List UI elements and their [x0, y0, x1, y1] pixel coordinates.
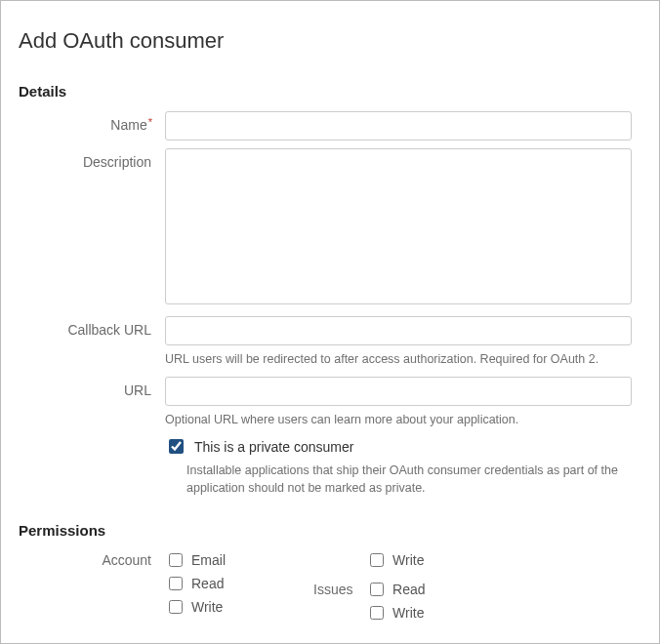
- perm-issues-read-checkbox[interactable]: [370, 583, 384, 596]
- url-input[interactable]: [165, 377, 632, 406]
- required-star-icon: *: [148, 116, 152, 128]
- perm-account-write-label: Write: [191, 599, 223, 615]
- private-consumer-checkbox[interactable]: [169, 439, 184, 454]
- perm-account-write-checkbox[interactable]: [169, 600, 183, 614]
- perm-right-write-checkbox[interactable]: [370, 553, 384, 567]
- perm-account-email-label: Email: [191, 552, 226, 568]
- row-callback-url: Callback URL URL users will be redirecte…: [19, 316, 632, 369]
- label-name-text: Name: [110, 117, 146, 133]
- perm-issues-label: Issues: [313, 580, 352, 597]
- perm-col-left: Email Read Write: [165, 550, 226, 623]
- label-callback-url: Callback URL: [19, 316, 165, 338]
- row-url: URL Optional URL where users can learn m…: [19, 377, 632, 429]
- perm-account-write[interactable]: Write: [165, 597, 226, 617]
- perm-issues-read-label: Read: [392, 582, 425, 597]
- perm-col-right: Write Issues Read: [313, 550, 425, 623]
- perm-group-account-label: Account: [19, 550, 165, 568]
- row-private-consumer: This is a private consumer Installable a…: [19, 436, 632, 497]
- perm-right-top-spacer: [313, 550, 352, 552]
- perm-account-read[interactable]: Read: [165, 574, 226, 593]
- label-private-spacer: [19, 436, 165, 442]
- perm-issues-group: Issues Read Write: [313, 580, 425, 623]
- label-url: URL: [19, 377, 165, 398]
- name-input[interactable]: [165, 111, 632, 141]
- help-url: Optional URL where users can learn more …: [165, 412, 632, 429]
- help-callback-url: URL users will be redirected to after ac…: [165, 351, 632, 369]
- perm-issues-write[interactable]: Write: [366, 603, 425, 623]
- permissions-columns: Email Read Write: [165, 550, 632, 623]
- perm-issues-write-label: Write: [392, 605, 424, 621]
- permissions-row: Account Email Read: [19, 550, 632, 623]
- perm-account-options: Email Read Write: [165, 550, 226, 617]
- callback-url-input[interactable]: [165, 316, 632, 345]
- perm-right-top-group: Write: [313, 550, 425, 570]
- perm-account-read-checkbox[interactable]: [169, 577, 183, 590]
- row-name: Name*: [19, 111, 632, 141]
- section-permissions-title: Permissions: [19, 522, 632, 539]
- perm-issues-read[interactable]: Read: [366, 580, 425, 599]
- perm-account-email[interactable]: Email: [165, 550, 226, 570]
- dialog-window: Add OAuth consumer Details Name* Descrip…: [0, 0, 660, 644]
- perm-account-read-label: Read: [191, 576, 224, 591]
- label-description: Description: [19, 148, 165, 170]
- row-description: Description: [19, 148, 632, 308]
- section-details-title: Details: [19, 83, 632, 100]
- page-title: Add OAuth consumer: [19, 28, 632, 54]
- perm-right-write[interactable]: Write: [366, 550, 424, 570]
- perm-right-write-label: Write: [392, 552, 424, 568]
- private-consumer-label: This is a private consumer: [194, 439, 353, 455]
- label-name: Name*: [19, 111, 165, 133]
- help-private-consumer: Installable applications that ship their…: [186, 463, 632, 497]
- perm-account-email-checkbox[interactable]: [169, 553, 183, 567]
- perm-issues-write-checkbox[interactable]: [370, 606, 384, 620]
- description-textarea[interactable]: [165, 148, 632, 304]
- section-permissions: Permissions Account Email Read: [19, 522, 632, 623]
